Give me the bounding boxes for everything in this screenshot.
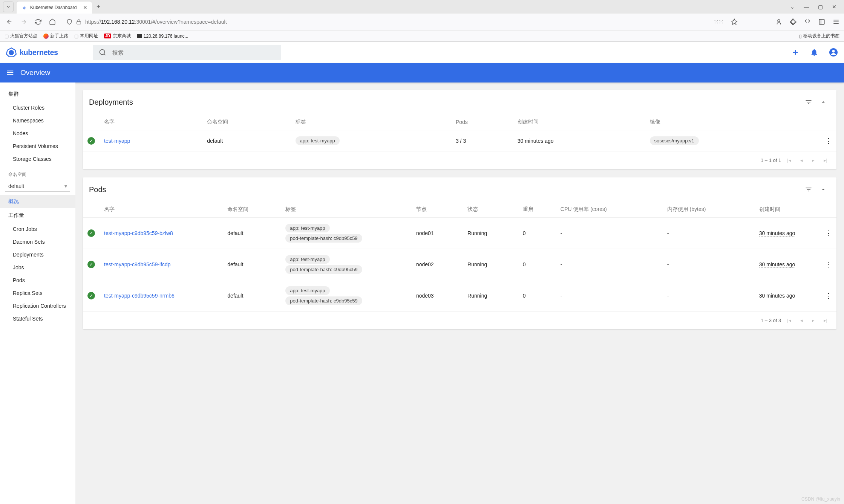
bookmark-jd[interactable]: JD京东商城 [104, 33, 131, 39]
sidebar-workloads-heading: 工作量 [0, 208, 75, 223]
status-ok-icon: ✓ [87, 261, 95, 268]
page-title: Overview [20, 69, 50, 77]
extensions-icon[interactable] [790, 18, 797, 25]
collapse-icon[interactable] [816, 96, 830, 108]
browser-tab[interactable]: ⎈ Kubernetes Dashboard ✕ [17, 2, 92, 14]
app-header: kubernetes [0, 42, 844, 63]
sidebar-item-daemon-sets[interactable]: Daemon Sets [0, 235, 75, 248]
col-namespace: 命名空间 [202, 114, 291, 130]
label-chip: app: test-myapp [285, 224, 329, 232]
col-node: 节点 [412, 202, 463, 218]
namespace-select[interactable]: default ▾ [5, 181, 70, 192]
pod-name-link[interactable]: test-myapp-c9db95c59-bzlw8 [104, 230, 173, 236]
first-page-icon[interactable]: |◂ [784, 316, 794, 325]
bookmark-launch[interactable]: 120.26.89.176 launc... [137, 34, 188, 39]
last-page-icon[interactable]: ▸| [821, 316, 830, 325]
filter-icon[interactable] [801, 183, 816, 195]
search-box[interactable] [93, 45, 281, 60]
next-page-icon[interactable]: ▸ [809, 156, 818, 165]
account-icon[interactable] [775, 18, 782, 25]
sidebar-item-stateful-sets[interactable]: Stateful Sets [0, 312, 75, 325]
nav-bar: https://192.168.20.12:30001/#/overview?n… [0, 14, 844, 30]
deployment-name-link[interactable]: test-myapp [104, 138, 130, 144]
minimize-icon[interactable]: — [804, 4, 809, 10]
pod-name-link[interactable]: test-myapp-c9db95c59-nrmb6 [104, 293, 175, 299]
table-row: ✓ test-myapp-c9db95c59-bzlw8 default app… [83, 218, 836, 249]
row-menu-icon[interactable]: ⋮ [825, 229, 831, 237]
sidebar-item-replication-controllers[interactable]: Replication Controllers [0, 299, 75, 312]
collapse-icon[interactable] [816, 184, 830, 195]
cell-cpu: - [556, 249, 663, 280]
status-ok-icon: ✓ [87, 137, 95, 145]
search-icon [99, 49, 106, 56]
cell-namespace: default [223, 218, 281, 249]
pods-pagination: 1 – 3 of 3 |◂ ◂ ▸ ▸| [83, 311, 836, 329]
sidebar-item-persistent-volumes[interactable]: Persistent Volumes [0, 140, 75, 153]
sidebar-item-cron-jobs[interactable]: Cron Jobs [0, 223, 75, 235]
first-page-icon[interactable]: |◂ [784, 156, 794, 165]
sidebar-item-namespaces[interactable]: Namespaces [0, 114, 75, 127]
bookmark-firefox-official[interactable]: ▢火狐官方站点 [5, 33, 37, 39]
close-tab-icon[interactable]: ✕ [83, 5, 87, 11]
row-menu-icon[interactable]: ⋮ [825, 261, 831, 268]
status-ok-icon: ✓ [87, 292, 95, 299]
sidebar-item-storage-classes[interactable]: Storage Classes [0, 153, 75, 165]
next-page-icon[interactable]: ▸ [809, 316, 818, 325]
reload-button[interactable] [33, 17, 43, 27]
app-menu-icon[interactable] [833, 18, 839, 25]
last-page-icon[interactable]: ▸| [821, 156, 830, 165]
cell-cpu: - [556, 218, 663, 249]
col-name: 名字 [100, 202, 223, 218]
tabs-dropdown-icon[interactable]: ⌄ [790, 4, 795, 10]
cell-memory: - [663, 280, 755, 312]
sidebar-item-jobs[interactable]: Jobs [0, 261, 75, 274]
kubernetes-logo-icon [6, 47, 17, 58]
filter-icon[interactable] [801, 96, 816, 108]
sidebar-item-pods[interactable]: Pods [0, 274, 75, 287]
qr-icon[interactable]: ⁙⁙ [714, 18, 723, 26]
bookmark-getting-started[interactable]: 新手上路 [43, 33, 68, 39]
cell-restarts: 0 [518, 249, 556, 280]
cell-namespace: default [223, 280, 281, 312]
col-cpu: CPU 使用率 (cores) [556, 202, 663, 218]
close-window-icon[interactable]: ✕ [832, 4, 836, 10]
bookmark-mobile[interactable]: ▯移动设备上的书签 [799, 33, 839, 39]
svg-rect-3 [819, 19, 824, 24]
back-button[interactable] [5, 17, 14, 27]
prev-page-icon[interactable]: ◂ [797, 316, 806, 325]
row-menu-icon[interactable]: ⋮ [825, 292, 831, 299]
maximize-icon[interactable]: ▢ [818, 4, 823, 10]
create-button[interactable] [791, 48, 800, 57]
menu-toggle-icon[interactable] [6, 69, 14, 77]
sidebar-icon[interactable] [818, 18, 825, 25]
kubernetes-logo[interactable]: kubernetes [6, 47, 58, 58]
cell-created: 30 minutes ago [759, 230, 795, 237]
row-menu-icon[interactable]: ⋮ [825, 137, 831, 145]
pod-name-link[interactable]: test-myapp-c9db95c59-lfcdp [104, 261, 171, 267]
sidebar-item-cluster-roles[interactable]: Cluster Roles [0, 101, 75, 114]
library-icon[interactable] [804, 18, 811, 25]
sidebar-item-overview[interactable]: 概况 [0, 195, 75, 208]
forward-button[interactable] [19, 17, 29, 27]
svg-point-10 [100, 50, 104, 55]
svg-point-15 [832, 50, 835, 53]
sidebar: 集群 Cluster Roles Namespaces Nodes Persis… [0, 82, 75, 504]
svg-rect-0 [77, 21, 81, 24]
sidebar-item-nodes[interactable]: Nodes [0, 127, 75, 140]
prev-page-icon[interactable]: ◂ [797, 156, 806, 165]
new-tab-button[interactable]: + [92, 1, 105, 13]
url-bar[interactable]: https://192.168.20.12:30001/#/overview?n… [62, 16, 371, 28]
bookmark-star-icon[interactable] [731, 18, 738, 25]
notifications-icon[interactable] [810, 48, 818, 57]
cell-memory: - [663, 249, 755, 280]
user-icon[interactable] [829, 48, 838, 57]
col-name: 名字 [100, 114, 202, 130]
shield-icon [66, 19, 72, 25]
tab-list-button[interactable] [3, 2, 14, 12]
deployments-title: Deployments [89, 98, 801, 107]
search-input[interactable] [112, 49, 275, 56]
home-button[interactable] [47, 17, 57, 27]
bookmark-common-sites[interactable]: ▢常用网址 [74, 33, 98, 39]
sidebar-item-deployments[interactable]: Deployments [0, 248, 75, 261]
sidebar-item-replica-sets[interactable]: Replica Sets [0, 287, 75, 299]
